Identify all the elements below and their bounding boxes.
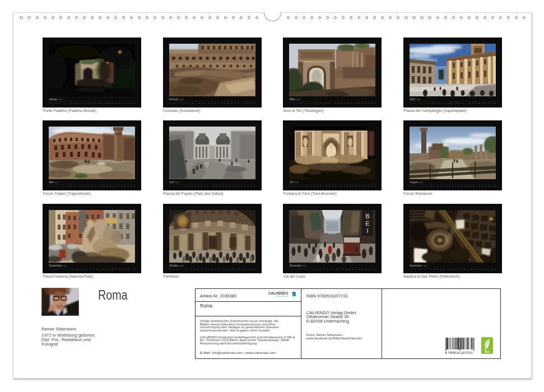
svg-text:B: B	[366, 213, 370, 220]
svg-text:I: I	[367, 227, 369, 234]
svg-text:eco: eco	[485, 350, 490, 353]
svg-text:E: E	[366, 220, 370, 227]
